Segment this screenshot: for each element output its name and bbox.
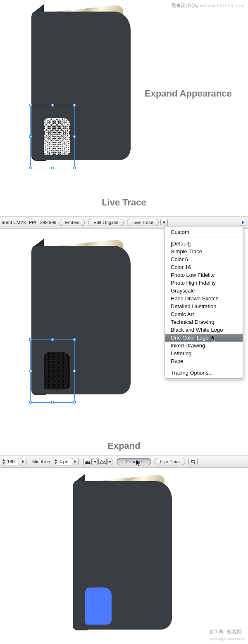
live-trace-preset-dropdown[interactable] (160, 219, 168, 226)
preset-hand-drawn[interactable]: Hand Drawn Sketch (165, 295, 243, 302)
bottom-watermark-text: 查字典 | 教程网 (209, 629, 242, 635)
tracing-options[interactable]: Tracing Options... (165, 369, 243, 377)
step-3-title: Expand (0, 441, 248, 451)
preset-simple-trace[interactable]: Simple Trace (165, 248, 243, 255)
live-trace-button[interactable]: Live Trace (127, 219, 159, 226)
preset-lettering[interactable]: Lettering (165, 349, 243, 357)
preset-one-color-logo[interactable]: One Color Logo (165, 334, 243, 342)
preset-rype[interactable]: Rype (165, 357, 243, 365)
step-2-title: Live Trace (0, 197, 248, 208)
live-paint-button[interactable]: Live Paint (155, 458, 185, 465)
book-swatch-expanded[interactable] (85, 587, 112, 625)
preset-photo-high[interactable]: Photo High Fidelity (165, 279, 243, 287)
preset-photo-low[interactable]: Photo Low Fidelity (165, 271, 243, 279)
ppi-label: PPI: (29, 220, 38, 225)
bottom-watermark: 查字典 | 教程网 jiaocheng.chazidian.com (209, 628, 246, 642)
preview-vector-dropdown[interactable] (107, 458, 112, 465)
bottom-watermark-url: jiaocheng.chazidian.com (209, 637, 246, 641)
menu-separator (165, 367, 243, 367)
threshold-stepper[interactable] (1, 458, 19, 465)
preset-comic-art[interactable]: Comic Art (165, 310, 243, 318)
color-mode-label: arent CMYK (2, 220, 26, 225)
top-watermark: 思缘设计论坛 WWW.MISSYUAN.COM (172, 2, 244, 9)
preset-inked[interactable]: Inked Drawing (165, 342, 243, 349)
flyout-arrow-icon[interactable] (240, 219, 246, 226)
trace-preset-menu: Custom [Default] Simple Trace Color 6 Co… (165, 226, 243, 379)
stepper-arrows-icon[interactable] (53, 458, 58, 465)
preset-bw-logo[interactable]: Black and White Logo (165, 326, 243, 334)
preset-grayscale[interactable]: Grayscale (165, 287, 243, 295)
selection-box[interactable] (30, 105, 75, 168)
menu-separator (165, 238, 243, 238)
preview-vector-icon[interactable] (98, 458, 107, 465)
preset-custom[interactable]: Custom (165, 228, 243, 236)
expand-option-bar: Min Area: Expand Live Paint (0, 455, 248, 468)
top-watermark-text: 思缘设计论坛 (172, 3, 199, 8)
step-1-title: Expand Appearance (145, 88, 248, 99)
min-area-label: Min Area: (32, 459, 51, 464)
min-area-flyout-icon[interactable] (72, 458, 79, 465)
preview-raster-icon[interactable] (83, 458, 92, 465)
preset-detailed[interactable]: Detailed Illustration (165, 302, 243, 310)
selection-box[interactable] (30, 339, 75, 403)
ppi-value: 299.999 (40, 220, 57, 225)
embed-button[interactable]: Embed (60, 219, 85, 226)
preview-raster-dropdown[interactable] (93, 458, 98, 465)
threshold-flyout-icon[interactable] (20, 458, 26, 465)
preset-color-16[interactable]: Color 16 (165, 263, 243, 271)
stepper-arrows-icon[interactable] (1, 458, 6, 465)
edit-original-button[interactable]: Edit Original (88, 219, 124, 226)
preset-technical[interactable]: Technical Drawing (165, 318, 243, 326)
expand-button[interactable]: Expand (117, 458, 151, 465)
preset-default[interactable]: [Default] (165, 240, 243, 248)
min-area-input[interactable] (58, 458, 71, 465)
top-watermark-url: WWW.MISSYUAN.COM (200, 4, 244, 8)
preset-color-6[interactable]: Color 6 (165, 255, 243, 263)
crop-icon[interactable] (188, 458, 198, 465)
threshold-input[interactable] (6, 458, 19, 465)
min-area-stepper[interactable] (53, 458, 71, 465)
